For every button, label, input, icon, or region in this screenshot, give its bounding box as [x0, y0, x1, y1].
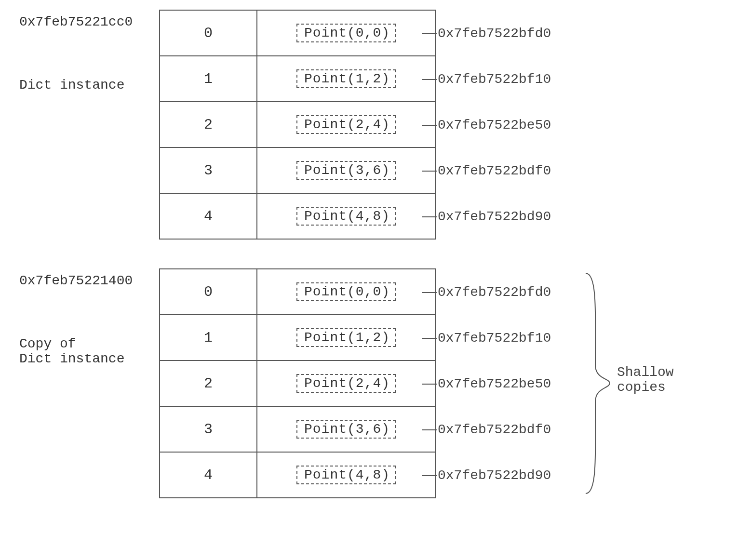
key-cell: 0 [160, 11, 257, 55]
value-cell: Point(0,0) 0x7feb7522bfd0 [257, 11, 435, 55]
value-address: 0x7feb7522bf10 [438, 71, 551, 86]
point-box: Point(2,4) [296, 115, 396, 134]
table-row: 1 Point(1,2) 0x7feb7522bf10 [160, 55, 435, 101]
connector-line [422, 475, 437, 476]
point-box: Point(3,6) [296, 161, 396, 180]
point-box: Point(3,6) [296, 420, 396, 439]
value-address: 0x7feb7522bf10 [438, 330, 551, 345]
connector-line [422, 338, 437, 339]
point-box: Point(1,2) [296, 69, 396, 88]
key-cell: 2 [160, 102, 257, 147]
value-address: 0x7feb7522be50 [438, 376, 551, 391]
table-row: 2 Point(2,4) 0x7feb7522be50 [160, 101, 435, 147]
dict-table: 0 Point(0,0) 0x7feb7522bfd0 1 Point(1,2)… [159, 10, 436, 240]
connector-line [422, 292, 437, 293]
connector-line [422, 79, 437, 80]
table-row: 4 Point(4,8) 0x7feb7522bd90 [160, 193, 435, 239]
key-cell: 3 [160, 148, 257, 193]
key-cell: 1 [160, 56, 257, 101]
table-area: 0 Point(0,0) 0x7feb7522bfd0 1 Point(1,2)… [159, 10, 436, 240]
table-row: 3 Point(3,6) 0x7feb7522bdf0 [160, 147, 435, 193]
table-row: 3 Point(3,6) 0x7feb7522bdf0 [160, 406, 435, 452]
table-row: 1 Point(1,2) 0x7feb7522bf10 [160, 314, 435, 360]
point-box: Point(2,4) [296, 374, 396, 393]
left-label-block: 0x7feb75221400 Copy of Dict instance [19, 268, 159, 366]
key-cell: 4 [160, 194, 257, 239]
value-cell: Point(2,4) 0x7feb7522be50 [257, 102, 435, 147]
dict-address: 0x7feb75221400 [19, 273, 159, 288]
dict-table: 0 Point(0,0) 0x7feb7522bfd0 1 Point(1,2)… [159, 268, 436, 498]
left-label-block: 0x7feb75221cc0 Dict instance [19, 10, 159, 93]
shallow-copies-label: Shallow copies [617, 365, 674, 395]
value-cell: Point(1,2) 0x7feb7522bf10 [257, 315, 435, 360]
value-cell: Point(3,6) 0x7feb7522bdf0 [257, 148, 435, 193]
point-box: Point(0,0) [296, 282, 396, 301]
dict-caption: Dict instance [19, 78, 159, 93]
dict-instance-section: 0x7feb75221cc0 Dict instance 0 Point(0,0… [19, 10, 732, 240]
point-box: Point(0,0) [296, 24, 396, 42]
point-box: Point(1,2) [296, 328, 396, 347]
value-address: 0x7feb7522bdf0 [438, 422, 551, 437]
value-address: 0x7feb7522bfd0 [438, 284, 551, 299]
diagram-page: 0x7feb75221cc0 Dict instance 0 Point(0,0… [0, 0, 751, 560]
table-row: 4 Point(4,8) 0x7feb7522bd90 [160, 452, 435, 497]
connector-line [422, 429, 437, 430]
key-cell: 0 [160, 269, 257, 314]
table-row: 0 Point(0,0) 0x7feb7522bfd0 [160, 10, 435, 55]
connector-line [422, 216, 437, 217]
key-cell: 3 [160, 407, 257, 452]
value-address: 0x7feb7522bd90 [438, 209, 551, 224]
key-cell: 4 [160, 453, 257, 497]
value-address: 0x7feb7522bfd0 [438, 26, 551, 40]
value-address: 0x7feb7522be50 [438, 117, 551, 132]
connector-line [422, 33, 437, 34]
table-row: 0 Point(0,0) 0x7feb7522bfd0 [160, 268, 435, 314]
value-address: 0x7feb7522bdf0 [438, 163, 551, 178]
dict-copy-section: 0x7feb75221400 Copy of Dict instance 0 P… [19, 268, 732, 498]
value-cell: Point(0,0) 0x7feb7522bfd0 [257, 269, 435, 314]
point-box: Point(4,8) [296, 466, 396, 484]
value-address: 0x7feb7522bd90 [438, 467, 551, 482]
key-cell: 2 [160, 361, 257, 406]
connector-line [422, 125, 437, 126]
connector-line [422, 171, 437, 172]
dict-address: 0x7feb75221cc0 [19, 14, 159, 29]
connector-line [422, 384, 437, 385]
point-box: Point(4,8) [296, 207, 396, 226]
table-area: 0 Point(0,0) 0x7feb7522bfd0 1 Point(1,2)… [159, 268, 436, 498]
key-cell: 1 [160, 315, 257, 360]
brace-icon [583, 268, 612, 498]
value-cell: Point(4,8) 0x7feb7522bd90 [257, 194, 435, 239]
value-cell: Point(3,6) 0x7feb7522bdf0 [257, 407, 435, 452]
value-cell: Point(2,4) 0x7feb7522be50 [257, 361, 435, 406]
value-cell: Point(4,8) 0x7feb7522bd90 [257, 453, 435, 497]
table-row: 2 Point(2,4) 0x7feb7522be50 [160, 360, 435, 406]
dict-caption: Copy of Dict instance [19, 336, 159, 366]
value-cell: Point(1,2) 0x7feb7522bf10 [257, 56, 435, 101]
